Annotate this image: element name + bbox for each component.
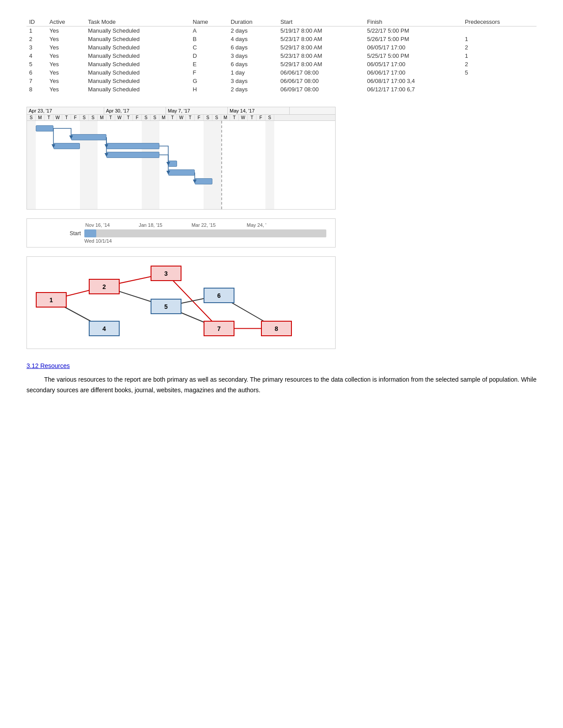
gantt-day-cell: W: [177, 115, 186, 120]
table-row: 6YesManually ScheduledF1 day06/06/17 08:…: [26, 68, 537, 77]
gantt-day-cell: W: [115, 115, 124, 120]
gantt-day-cell: S: [204, 115, 212, 120]
col-active: Active: [47, 18, 85, 26]
week-apr23: Apr 23, '17: [27, 107, 104, 114]
network-node-2: 2: [89, 279, 120, 294]
gantt-day-cell: M: [221, 115, 230, 120]
table-row: 7YesManually ScheduledG3 days06/06/17 08…: [26, 77, 537, 85]
gantt-day-cell: F: [257, 115, 265, 120]
gantt-day-headers: SMTWTFSSMTWTFSSMTWTFSSMTWTFS: [27, 115, 335, 121]
gantt-week-headers: Apr 23, '17 Apr 30, '17 May 7, '17 May 1…: [27, 107, 335, 115]
resources-paragraph: The various resources to the report are …: [26, 375, 537, 396]
col-id: ID: [26, 18, 47, 26]
table-row: 8YesManually ScheduledH2 days06/09/17 08…: [26, 85, 537, 94]
gantt-day-cell: S: [27, 115, 36, 120]
network-node-5: 5: [151, 299, 181, 314]
timeline-section: Nov 16, '14 Jan 18, '15 Mar 22, '15 May …: [26, 218, 336, 248]
gantt-day-cell: T: [124, 115, 133, 120]
task-table: ID Active Task Mode Name Duration Start …: [26, 18, 537, 94]
gantt-day-cell: F: [133, 115, 142, 120]
gantt-day-cell: F: [195, 115, 204, 120]
gantt-day-cell: S: [212, 115, 221, 120]
tl-date-1: Nov 16, '14: [71, 222, 124, 228]
col-duration: Duration: [228, 18, 277, 26]
gantt-day-cell: T: [106, 115, 115, 120]
table-row: 3YesManually ScheduledC6 days5/29/17 8:0…: [26, 43, 537, 52]
col-finish: Finish: [364, 18, 462, 26]
timeline-bar-row: Start: [62, 229, 335, 237]
network-node-1: 1: [36, 292, 67, 308]
network-node-4: 4: [89, 321, 120, 336]
network-node-6: 6: [204, 288, 234, 303]
timeline-start-date: Wed 10/1/14: [62, 238, 335, 244]
tl-date-4: May 24, ': [230, 222, 283, 228]
gantt-day-cell: W: [239, 115, 248, 120]
table-row: 4YesManually ScheduledD3 days5/23/17 8:0…: [26, 52, 537, 60]
network-node-7: 7: [204, 321, 234, 336]
tl-date-3: Mar 22, '15: [177, 222, 230, 228]
tl-date-2: Jan 18, '15: [124, 222, 177, 228]
gantt-day-cell: S: [142, 115, 151, 120]
timeline-bar-fill: [84, 229, 96, 237]
gantt-day-cell: T: [248, 115, 257, 120]
col-predecessors: Predecessors: [462, 18, 537, 26]
table-row: 2YesManually ScheduledB4 days5/23/17 8:0…: [26, 35, 537, 43]
col-start: Start: [278, 18, 364, 26]
gantt-chart: Apr 23, '17 Apr 30, '17 May 7, '17 May 1…: [26, 107, 336, 210]
gantt-day-cell: S: [80, 115, 89, 120]
gantt-day-cell: W: [53, 115, 62, 120]
gantt-day-cell: T: [62, 115, 71, 120]
gantt-day-cell: T: [45, 115, 53, 120]
resources-heading: 3.12 Resources: [26, 362, 537, 369]
network-node-8: 8: [261, 321, 292, 336]
col-mode: Task Mode: [85, 18, 190, 26]
gantt-day-cell: M: [36, 115, 45, 120]
gantt-day-cell: S: [265, 115, 274, 120]
gantt-day-cell: S: [89, 115, 98, 120]
gantt-day-cell: M: [159, 115, 168, 120]
gantt-connector-svg: [27, 121, 335, 209]
week-may14: May 14, '17: [228, 107, 290, 114]
gantt-body: [27, 121, 335, 209]
resources-section: 3.12 Resources The various resources to …: [26, 362, 537, 396]
week-may7: May 7, '17: [166, 107, 228, 114]
timeline-date-row: Nov 16, '14 Jan 18, '15 Mar 22, '15 May …: [62, 222, 335, 228]
network-diagram: 12345678: [26, 256, 336, 349]
gantt-day-cell: S: [151, 115, 159, 120]
gantt-day-cell: T: [186, 115, 195, 120]
week-apr30: Apr 30, '17: [104, 107, 166, 114]
network-node-3: 3: [151, 266, 181, 281]
timeline-bar-track: [84, 229, 326, 237]
timeline-label: Start: [62, 230, 84, 236]
table-row: 5YesManually ScheduledE6 days5/29/17 8:0…: [26, 60, 537, 68]
col-name: Name: [190, 18, 228, 26]
gantt-day-cell: F: [71, 115, 80, 120]
gantt-day-cell: M: [98, 115, 106, 120]
gantt-day-cell: T: [230, 115, 239, 120]
gantt-day-cell: T: [168, 115, 177, 120]
table-row: 1YesManually ScheduledA2 days5/19/17 8:0…: [26, 26, 537, 35]
